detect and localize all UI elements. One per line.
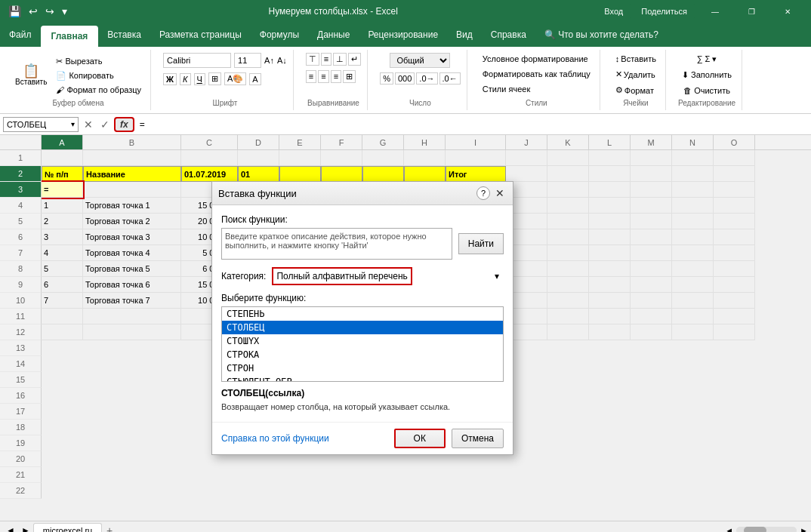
row-hdr-7[interactable]: 7 [0,245,42,261]
cell-B8[interactable]: Торговая точка 5 [83,261,181,277]
cell-L7[interactable] [589,245,631,261]
cell-L12[interactable] [589,324,631,340]
cell-N6[interactable] [672,229,714,245]
dialog-close-button[interactable]: ✕ [493,186,507,200]
cell-H1[interactable] [404,150,446,166]
cell-B7[interactable]: Торговая точка 4 [83,245,181,261]
row-hdr-2[interactable]: 2 [0,166,42,182]
cell-H2[interactable] [404,166,446,182]
cell-K5[interactable] [547,214,589,229]
function-list[interactable]: СТЕПЕНЬ СТОЛБЕЦ СТОШYX СТРОКА СТРОН СТЬЮ… [221,306,504,382]
cell-M1[interactable] [631,150,672,166]
cell-M4[interactable] [631,198,672,214]
font-size-input[interactable] [234,53,261,68]
cell-G2[interactable] [362,166,404,182]
row-hdr-12[interactable]: 12 [0,324,42,340]
func-item-stoshyx[interactable]: СТОШYX [222,334,503,348]
row-hdr-20[interactable]: 20 [0,451,42,467]
cell-K11[interactable] [547,309,589,324]
row-hdr-17[interactable]: 17 [0,404,42,420]
cell-C2[interactable]: 01.07.2019 [181,166,238,182]
clear-btn[interactable]: 🗑 Очистить [680,85,733,97]
cell-M3[interactable] [631,182,672,198]
col-header-H[interactable]: H [404,135,446,149]
fill-color-btn[interactable]: A🎨 [224,72,246,85]
cell-B1[interactable] [83,150,181,166]
cell-K1[interactable] [547,150,589,166]
ok-button[interactable]: ОК [394,429,446,448]
col-header-J[interactable]: J [506,135,547,149]
cell-M11[interactable] [631,309,672,324]
cell-N1[interactable] [672,150,714,166]
cell-N2[interactable] [672,166,714,182]
cell-J1[interactable] [506,150,547,166]
cell-K10[interactable] [547,293,589,309]
cell-O10[interactable] [714,293,755,309]
cell-B5[interactable]: Торговая точка 2 [83,214,181,229]
number-format-select[interactable]: Общий [390,53,450,68]
cell-C1[interactable] [181,150,238,166]
tab-search[interactable]: 🔍 Что вы хотите сделать? [535,23,668,47]
cell-O4[interactable] [714,198,755,214]
cell-K8[interactable] [547,261,589,277]
tab-view[interactable]: Вид [447,23,482,47]
cell-A2[interactable]: № п/п [42,166,83,182]
cell-M5[interactable] [631,214,672,229]
func-item-student-obr[interactable]: СТЬЮДЕНТ.ОБР [222,375,503,382]
row-hdr-4[interactable]: 4 [0,198,42,214]
row-hdr-6[interactable]: 6 [0,229,42,245]
italic-btn[interactable]: К [180,73,190,85]
cell-E1[interactable] [279,150,321,166]
row-hdr-14[interactable]: 14 [0,356,42,372]
col-header-B[interactable]: B [83,135,181,149]
restore-button[interactable]: ❐ [734,0,769,23]
cell-D2[interactable]: 01 [238,166,279,182]
close-button[interactable]: ✕ [770,0,805,23]
tab-help[interactable]: Справка [482,23,535,47]
cell-O5[interactable] [714,214,755,229]
cell-O6[interactable] [714,229,755,245]
cell-N3[interactable] [672,182,714,198]
cell-N11[interactable] [672,309,714,324]
merge-btn[interactable]: ⊞ [343,70,356,83]
cell-N12[interactable] [672,324,714,340]
tab-file[interactable]: Файл [0,23,41,47]
signin-button[interactable]: Вход [597,4,631,19]
scroll-area-right-icon[interactable]: ► [800,526,808,533]
scroll-right-btn[interactable]: ► [18,525,33,533]
cell-F1[interactable] [321,150,362,166]
redo-icon[interactable]: ↪ [43,4,57,19]
undo-icon[interactable]: ↩ [26,4,40,19]
cell-K3[interactable] [547,182,589,198]
cell-M9[interactable] [631,277,672,293]
cell-A6[interactable]: 3 [42,229,83,245]
cancel-button[interactable]: Отмена [452,429,504,448]
col-header-N[interactable]: N [672,135,714,149]
paste-button[interactable]: 📋 Вставить [12,63,50,88]
cell-O1[interactable] [714,150,755,166]
cell-B9[interactable]: Торговая точка 6 [83,277,181,293]
scroll-left-btn[interactable]: ◄ [3,525,18,533]
cell-M10[interactable] [631,293,672,309]
cell-K6[interactable] [547,229,589,245]
row-hdr-22[interactable]: 22 [0,483,42,499]
cell-F2[interactable] [321,166,362,182]
cell-K9[interactable] [547,277,589,293]
cell-A1[interactable] [42,150,83,166]
dialog-help-icon[interactable]: ? [476,186,490,200]
cell-L8[interactable] [589,261,631,277]
cell-A4[interactable]: 1 [42,198,83,214]
cell-L3[interactable] [589,182,631,198]
copy-button[interactable]: 📄 Копировать [53,69,144,82]
cell-A7[interactable]: 4 [42,245,83,261]
find-button[interactable]: Найти [458,233,504,254]
cell-N4[interactable] [672,198,714,214]
func-item-stolbec[interactable]: СТОЛБЕЦ [222,321,503,334]
cancel-formula-icon[interactable]: ✕ [82,118,95,131]
tab-review[interactable]: Рецензирование [359,23,447,47]
percent-btn[interactable]: % [380,72,393,85]
align-left-btn[interactable]: ≡ [306,70,316,83]
col-header-D[interactable]: D [238,135,279,149]
cut-button[interactable]: ✂ Вырезать [53,55,144,68]
col-header-A[interactable]: A [42,135,83,149]
